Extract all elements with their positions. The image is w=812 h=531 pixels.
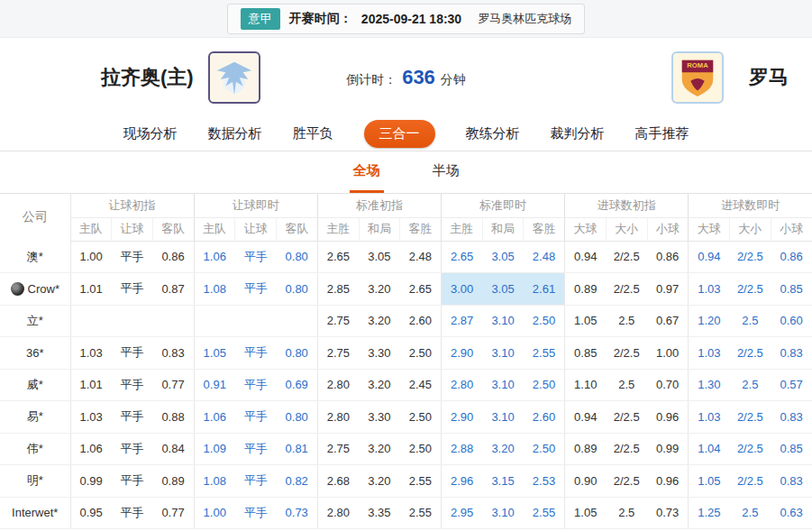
odds-cell: 1.06 [194,241,235,273]
odds-cell: 2.5 [730,305,771,337]
odds-cell: 2.5 [730,369,771,401]
odds-cell: 0.81 [277,433,318,465]
home-team-name: 拉齐奥(主) [101,64,194,91]
odds-cell: 0.77 [152,369,194,401]
odds-cell: 3.15 [482,465,524,498]
tab-full-match[interactable]: 全场 [350,151,384,193]
odds-cell: 1.05 [194,337,235,370]
countdown-value: 636 [402,66,435,89]
col-header: 大球 [689,217,730,241]
tab-three-in-one[interactable]: 三合一 [364,120,435,148]
col-header: 大球 [565,217,607,241]
odds-cell: 2.55 [524,337,565,370]
table-row: 伟*1.06平手0.841.09平手0.812.753.202.502.883.… [0,433,812,465]
tab-data-analysis[interactable]: 数据分析 [208,125,262,142]
company-name: Crow* [28,282,59,296]
odds-cell: 0.91 [194,369,235,401]
odds-cell: 0.67 [647,305,689,337]
odds-cell: 平手 [235,369,277,401]
odds-cell: 平手 [112,401,153,434]
odds-cell: 0.63 [771,497,812,529]
odds-cell: 1.03 [689,273,730,306]
odds-cell: 3.20 [359,273,400,306]
table-row: 36*1.03平手0.831.05平手0.802.753.302.502.903… [0,337,812,370]
odds-cell: 2.50 [524,433,565,465]
svg-text:ROMA: ROMA [687,61,708,69]
odds-cell: 3.10 [482,337,524,370]
away-team-name: 罗马 [749,64,789,91]
group-header-goals-live: 进球数即时 [689,194,812,217]
tab-expert-picks[interactable]: 高手推荐 [635,125,689,142]
odds-cell: 2.96 [441,465,482,498]
odds-cell: 2/2.5 [606,465,647,498]
odds-cell: 0.99 [70,465,112,498]
kickoff-label: 开赛时间： [289,11,352,27]
odds-cell [152,305,194,337]
analysis-nav: 现场分析 数据分析 胜平负 三合一 教练分析 裁判分析 高手推荐 [0,117,812,151]
odds-cell: 1.01 [70,369,112,401]
odds-cell: 0.85 [771,433,812,465]
odds-cell: 平手 [235,433,277,465]
odds-cell: 平手 [112,497,153,529]
odds-cell: 2.5 [606,497,647,529]
company-cell: 澳* [0,241,70,273]
odds-cell: 2.95 [441,497,482,529]
odds-cell: 1.05 [689,465,730,498]
odds-cell: 0.57 [771,369,812,401]
group-header-handicap-live: 让球即时 [194,194,317,217]
tab-half-match[interactable]: 半场 [429,151,463,193]
odds-cell: 2.50 [400,337,442,370]
company-name: 澳* [27,250,43,263]
odds-cell: 平手 [235,241,277,273]
odds-cell: 2/2.5 [730,241,771,273]
odds-cell: 1.00 [70,241,112,273]
odds-cell: 1.05 [565,305,607,337]
odds-cell: 0.83 [771,465,812,498]
tab-referee-analysis[interactable]: 裁判分析 [551,125,605,142]
table-row: Crow*1.01平手0.871.08平手0.802.853.202.653.0… [0,273,812,306]
col-header: 和局 [482,217,524,241]
odds-cell: 1.03 [689,337,730,370]
odds-cell: 2.50 [400,401,442,434]
company-cell: 伟* [0,433,70,465]
odds-cell: 2.90 [441,337,482,370]
table-row: 明*0.99平手0.891.08平手0.822.683.202.552.963.… [0,465,812,498]
odds-cell: 2/2.5 [606,241,647,273]
odds-cell: 0.96 [647,465,689,498]
table-row: 澳*1.00平手0.861.06平手0.802.653.052.482.653.… [0,241,812,273]
col-header: 主胜 [441,217,482,241]
odds-cell: 0.95 [70,497,112,529]
odds-cell: 2.5 [730,497,771,529]
table-row: 易*1.03平手0.881.06平手0.802.803.302.502.903.… [0,401,812,434]
company-name: 36* [26,346,44,360]
odds-cell: 1.05 [565,497,607,529]
company-name: 立* [27,314,43,327]
odds-cell: 3.20 [482,433,524,465]
odds-cell: 平手 [112,337,153,370]
odds-cell: 平手 [112,465,153,498]
odds-cell: 2.48 [400,241,442,273]
odds-cell: 1.00 [194,497,235,529]
odds-cell: 0.96 [647,401,689,434]
tab-live-analysis[interactable]: 现场分析 [123,125,178,142]
company-cell: 威* [0,369,70,401]
odds-cell: 2.45 [400,369,442,401]
odds-cell: 0.99 [647,433,689,465]
odds-cell: 3.20 [359,369,400,401]
odds-cell: 2.55 [400,497,442,529]
odds-cell: 2.5 [606,305,647,337]
odds-table: 公司 让球初指 让球即时 标准初指 标准即时 进球数初指 进球数即时 主队 让球… [0,194,812,529]
tab-coach-analysis[interactable]: 教练分析 [466,125,520,142]
tab-win-draw-lose[interactable]: 胜平负 [293,125,333,142]
odds-cell [277,305,318,337]
odds-cell: 1.03 [70,337,112,370]
odds-cell: 2.80 [317,401,359,434]
company-cell: Interwet* [0,497,70,529]
col-header: 大小 [730,217,771,241]
odds-cell: 2.55 [524,497,565,529]
home-team-zone: 拉齐奥(主) [0,51,346,104]
odds-cell: 2/2.5 [730,401,771,434]
odds-cell: 1.08 [194,273,235,306]
odds-cell: 0.84 [152,433,194,465]
odds-cell: 3.05 [359,241,400,273]
